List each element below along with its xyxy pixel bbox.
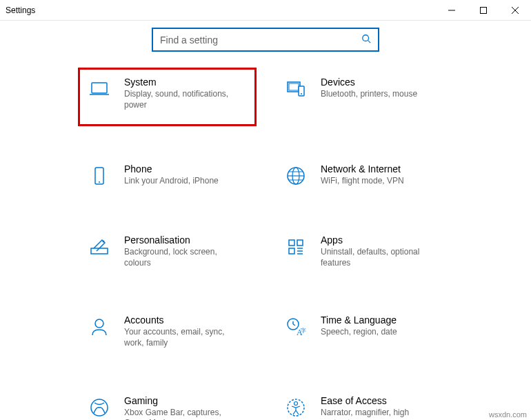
minimize-button[interactable] <box>436 0 468 21</box>
apps-icon <box>283 234 308 259</box>
category-desc: Your accounts, email, sync, work, family <box>124 327 241 348</box>
svg-point-27 <box>95 319 103 328</box>
category-desc: Xbox Game Bar, captures, Game Mode <box>124 408 241 420</box>
category-desc: Speech, region, date <box>321 327 397 338</box>
category-desc: WiFi, flight mode, VPN <box>321 176 404 187</box>
category-devices[interactable]: Devices Bluetooth, printers, mouse <box>279 72 448 121</box>
category-title: Time & Language <box>321 314 397 326</box>
globe-icon <box>283 163 308 188</box>
category-personalisation[interactable]: Personalisation Background, lock screen,… <box>83 230 252 272</box>
svg-line-30 <box>293 324 295 326</box>
category-desc: Display, sound, notifications, power <box>124 89 241 110</box>
search-box[interactable] <box>152 28 379 52</box>
category-title: Phone <box>124 163 219 174</box>
window-title: Settings <box>6 6 35 15</box>
paintbrush-icon <box>87 234 112 259</box>
svg-point-4 <box>363 34 369 41</box>
category-accounts[interactable]: Accounts Your accounts, email, sync, wor… <box>83 310 252 352</box>
category-title: Gaming <box>124 395 241 406</box>
svg-rect-22 <box>297 240 303 246</box>
window-controls <box>436 0 531 21</box>
category-ease-of-access[interactable]: Ease of Access Narrator, magnifier, high… <box>279 391 448 420</box>
category-desc: Bluetooth, printers, mouse <box>321 89 417 100</box>
category-network[interactable]: Network & Internet WiFi, flight mode, VP… <box>279 159 448 192</box>
xbox-icon <box>87 395 112 420</box>
svg-rect-1 <box>481 7 487 13</box>
category-desc: Link your Android, iPhone <box>124 176 219 187</box>
svg-point-20 <box>103 241 105 243</box>
category-time-language[interactable]: A字 Time & Language Speech, region, date <box>279 310 448 352</box>
category-title: Ease of Access <box>321 395 438 406</box>
person-icon <box>87 314 112 339</box>
category-title: Network & Internet <box>321 163 404 174</box>
watermark: wsxdn.com <box>489 410 527 419</box>
svg-point-13 <box>99 181 100 183</box>
svg-rect-19 <box>91 248 108 254</box>
category-phone[interactable]: Phone Link your Android, iPhone <box>83 159 252 192</box>
category-desc: Background, lock screen, colours <box>124 247 241 268</box>
laptop-icon <box>87 77 112 101</box>
search-icon <box>361 34 371 46</box>
category-title: System <box>124 77 241 88</box>
categories-grid: System Display, sound, notifications, po… <box>0 72 531 420</box>
svg-point-11 <box>301 93 302 94</box>
category-apps[interactable]: Apps Uninstall, defaults, optional featu… <box>279 230 448 272</box>
search-wrap <box>0 21 531 72</box>
svg-rect-21 <box>289 240 294 246</box>
svg-line-5 <box>368 40 371 43</box>
svg-point-35 <box>294 401 298 405</box>
category-system[interactable]: System Display, sound, notifications, po… <box>78 68 257 126</box>
search-input[interactable] <box>160 34 361 46</box>
svg-text:字: 字 <box>301 328 306 334</box>
ease-of-access-icon <box>283 395 308 420</box>
titlebar: Settings <box>0 0 531 21</box>
svg-rect-6 <box>92 83 107 93</box>
svg-rect-9 <box>289 83 299 90</box>
svg-rect-23 <box>289 248 294 254</box>
category-title: Apps <box>321 234 438 246</box>
category-desc: Uninstall, defaults, optional features <box>321 247 438 268</box>
devices-icon <box>283 77 308 101</box>
category-title: Accounts <box>124 314 241 326</box>
phone-icon <box>87 163 112 188</box>
close-button[interactable] <box>499 0 531 21</box>
time-language-icon: A字 <box>283 314 308 339</box>
category-title: Devices <box>321 77 417 88</box>
category-desc: Narrator, magnifier, high contrast <box>321 408 438 420</box>
maximize-button[interactable] <box>468 0 499 21</box>
category-title: Personalisation <box>124 234 241 246</box>
category-gaming[interactable]: Gaming Xbox Game Bar, captures, Game Mod… <box>83 391 252 420</box>
